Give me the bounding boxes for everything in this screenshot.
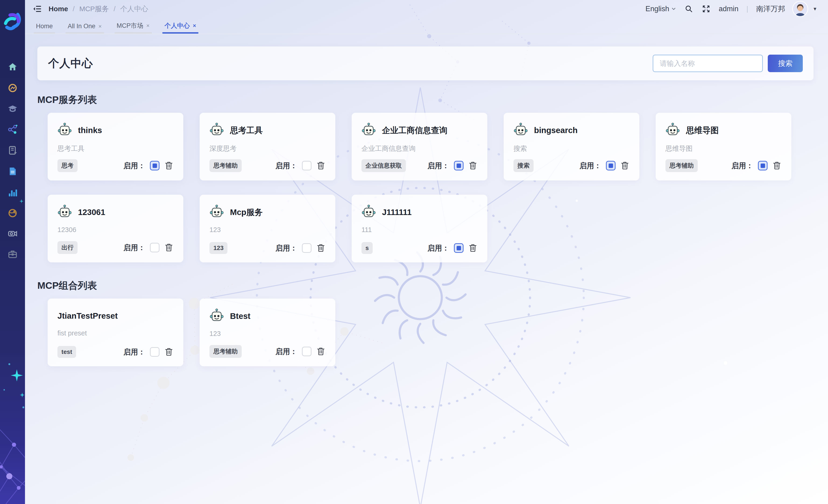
sidebar-item-dashboard[interactable] — [7, 83, 18, 94]
delete-trash-icon[interactable] — [164, 347, 173, 357]
card-tag: s — [362, 242, 373, 254]
breadcrumb-item[interactable]: Home — [49, 5, 68, 13]
sidebar-collapse-icon[interactable] — [33, 4, 42, 13]
sections: MCP服务列表thinks思考工具思考启用：思考工具深度思考思考辅助启用：企业工… — [37, 93, 814, 366]
card-grid: thinks思考工具思考启用：思考工具深度思考思考辅助启用：企业工商信息查询企业… — [48, 113, 814, 262]
sidebar-item-camera[interactable] — [7, 229, 18, 240]
enable-checkbox[interactable] — [454, 243, 463, 253]
sidebar-item-briefcase[interactable] — [7, 249, 18, 260]
mcp-card-思维导图[interactable]: 思维导图思维导图思考辅助启用： — [656, 113, 791, 180]
avatar-caret-icon[interactable]: ▼ — [813, 6, 817, 12]
sidebar-item-bar-chart[interactable] — [7, 188, 18, 199]
card-header: thinks — [57, 123, 173, 138]
document-icon — [8, 166, 17, 177]
top-bar: Home/MCP服务/个人中心 English admin | 南洋万邦 — [25, 0, 828, 18]
enable-checkbox[interactable] — [150, 161, 160, 170]
tab-close-icon[interactable]: × — [147, 23, 150, 29]
card-footer: 搜索启用： — [513, 159, 629, 172]
enable-label: 启用： — [124, 161, 145, 171]
robot-icon — [362, 205, 376, 220]
dashboard-icon — [8, 83, 17, 94]
enable-checkbox[interactable] — [150, 347, 160, 357]
card-controls: 启用： — [124, 161, 173, 171]
sidebar-item-education[interactable] — [7, 103, 18, 114]
enable-checkbox[interactable] — [302, 243, 312, 253]
card-controls: 启用： — [124, 347, 173, 357]
card-controls: 启用： — [732, 161, 782, 171]
enable-checkbox[interactable] — [302, 161, 312, 170]
mcp-card-J111111[interactable]: J111111111s启用： — [351, 195, 487, 262]
card-controls: 启用： — [427, 243, 478, 253]
tab-All In One[interactable]: All In One× — [67, 23, 103, 34]
org-name: 南洋万邦 — [756, 4, 785, 14]
delete-trash-icon[interactable] — [316, 243, 326, 253]
breadcrumb: Home/MCP服务/个人中心 — [49, 4, 148, 14]
delete-trash-icon[interactable] — [772, 161, 782, 171]
delete-trash-icon[interactable] — [316, 346, 326, 357]
delete-trash-icon[interactable] — [164, 243, 173, 253]
sidebar-item-notebook[interactable] — [7, 145, 18, 156]
card-description: 企业工商信息查询 — [362, 144, 478, 153]
enable-label: 启用： — [124, 243, 145, 253]
sidebar-item-share-nodes[interactable] — [7, 125, 18, 135]
mcp-card-123061[interactable]: 12306112306出行启用： — [48, 195, 183, 262]
card-title: bingsearch — [534, 126, 578, 135]
enable-checkbox[interactable] — [302, 347, 312, 356]
search-button[interactable]: 搜索 — [768, 55, 803, 72]
mcp-card-企业工商信息查询[interactable]: 企业工商信息查询企业工商信息查询企业信息获取启用： — [351, 113, 487, 180]
sidebar-item-globe[interactable] — [7, 208, 18, 219]
card-description: 123 — [209, 330, 326, 338]
avatar[interactable] — [793, 2, 808, 16]
chevron-down-icon — [671, 6, 676, 11]
delete-trash-icon[interactable] — [468, 243, 478, 253]
card-tag: 思考 — [57, 159, 78, 172]
card-grid: JtianTestPresetfist presettest启用：Btest12… — [48, 299, 814, 366]
card-description: 12306 — [57, 226, 173, 234]
mcp-card-Mcp服务[interactable]: Mcp服务123123启用： — [200, 195, 335, 262]
tab-close-icon[interactable]: × — [98, 24, 102, 29]
robot-icon — [362, 123, 376, 138]
tab-close-icon[interactable]: × — [193, 23, 196, 29]
fullscreen-icon[interactable] — [701, 4, 711, 13]
enable-label: 启用： — [427, 243, 449, 253]
mcp-card-思考工具[interactable]: 思考工具深度思考思考辅助启用： — [200, 113, 335, 180]
mcp-card-thinks[interactable]: thinks思考工具思考启用： — [48, 113, 183, 180]
card-tag: 搜索 — [513, 159, 534, 172]
tab-MCP市场[interactable]: MCP市场× — [116, 22, 151, 34]
mcp-card-JtianTestPreset[interactable]: JtianTestPresetfist presettest启用： — [48, 299, 183, 366]
section-title: MCP服务列表 — [37, 93, 814, 106]
breadcrumb-item: MCP服务 — [79, 4, 109, 14]
card-controls: 启用： — [580, 161, 629, 171]
search-input[interactable] — [653, 55, 763, 72]
language-selector[interactable]: English — [646, 5, 676, 13]
card-footer: 企业信息获取启用： — [362, 159, 478, 172]
enable-checkbox[interactable] — [606, 161, 616, 170]
tab-个人中心[interactable]: 个人中心× — [164, 22, 197, 34]
enable-label: 启用： — [276, 161, 297, 171]
enable-checkbox[interactable] — [150, 243, 160, 252]
tab-Home[interactable]: Home — [35, 23, 54, 34]
mcp-card-bingsearch[interactable]: bingsearch搜索搜索启用： — [504, 113, 639, 180]
mcp-card-Btest[interactable]: Btest123思考辅助启用： — [200, 299, 335, 366]
card-header: JtianTestPreset — [57, 308, 173, 323]
app-logo[interactable] — [2, 11, 23, 32]
robot-icon — [57, 205, 72, 220]
delete-trash-icon[interactable] — [316, 161, 326, 171]
section-title: MCP组合列表 — [37, 279, 814, 292]
search-area: 搜索 — [653, 55, 803, 72]
enable-checkbox[interactable] — [454, 161, 463, 170]
username[interactable]: admin — [719, 5, 738, 13]
delete-trash-icon[interactable] — [164, 161, 173, 171]
page-title: 个人中心 — [48, 56, 93, 71]
tab-label: Home — [36, 23, 53, 30]
share-nodes-icon — [8, 125, 17, 135]
card-description: 深度思考 — [209, 144, 326, 153]
card-header: Btest — [209, 308, 326, 324]
delete-trash-icon[interactable] — [468, 161, 478, 171]
enable-checkbox[interactable] — [758, 161, 768, 170]
sidebar-item-home[interactable] — [7, 62, 18, 73]
sidebar-item-document[interactable] — [7, 166, 18, 177]
card-tag: 思考辅助 — [209, 159, 242, 172]
search-icon[interactable] — [684, 4, 694, 13]
delete-trash-icon[interactable] — [620, 161, 629, 171]
